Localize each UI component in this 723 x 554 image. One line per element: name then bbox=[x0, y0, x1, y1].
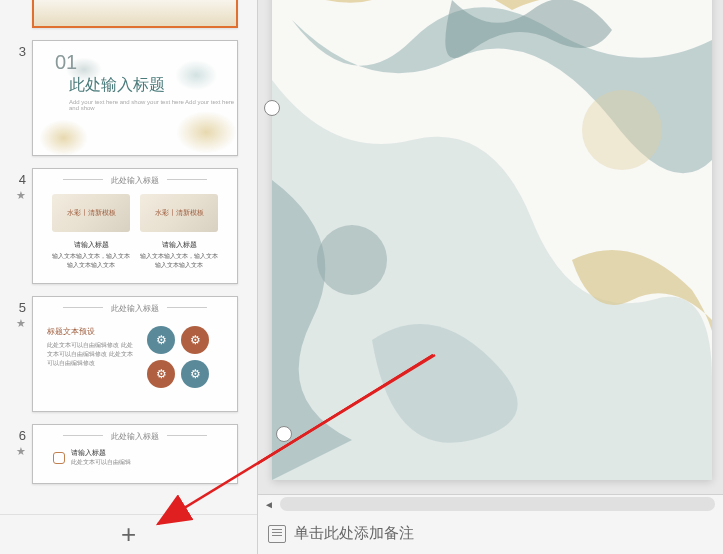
content-box: 水彩丨清新模板 bbox=[140, 194, 218, 232]
animation-star-icon: ★ bbox=[4, 317, 26, 330]
oil-pump-icon: ⚙ bbox=[181, 326, 209, 354]
thumb-meta bbox=[4, 0, 32, 2]
animation-star-icon: ★ bbox=[4, 445, 26, 458]
add-slide-button[interactable]: + bbox=[0, 514, 257, 554]
section-number: 01 bbox=[55, 51, 77, 74]
slide-title: 此处输入标题 bbox=[69, 75, 165, 96]
slide-number: 3 bbox=[19, 44, 26, 59]
thumb-header: 此处输入标题 bbox=[33, 169, 237, 190]
thumb-meta-3: 3 bbox=[4, 40, 32, 59]
scroll-track[interactable] bbox=[280, 497, 715, 511]
resize-handle-left[interactable] bbox=[264, 100, 280, 116]
main-area: ◄ 单击此处添加备注 bbox=[258, 0, 723, 554]
thumbnail-scroll: 3 01 此处输入标题 Add your text here and show … bbox=[0, 0, 257, 510]
text-body: 输入文本输入文本，输入文本输入文本输入文本 bbox=[52, 252, 130, 270]
slide-number: 6 bbox=[19, 428, 26, 443]
notes-placeholder: 单击此处添加备注 bbox=[294, 524, 414, 543]
thumbnail-row-5: 5 ★ 此处输入标题 标题文本预设 此处文本可以自由编辑修改 此处文本可以自由编… bbox=[0, 296, 257, 412]
slide-subtitle: Add your text here and show your text he… bbox=[69, 99, 237, 111]
notes-icon bbox=[268, 525, 286, 543]
svg-point-2 bbox=[317, 225, 387, 295]
canvas-area bbox=[258, 0, 723, 494]
slide-number: 4 bbox=[19, 172, 26, 187]
thumb-header: 此处输入标题 bbox=[33, 297, 237, 318]
text-body: 此处文本可以自由编辑修改 此处文本可以自由编辑修改 此处文本可以自由编辑修改 bbox=[47, 341, 137, 368]
thumbnail-row-6: 6 ★ 此处输入标题 请输入标题 此处文本可以自由编辑 bbox=[0, 424, 257, 484]
thumbnail-panel: 3 01 此处输入标题 Add your text here and show … bbox=[0, 0, 258, 554]
oil-pump-icon: ⚙ bbox=[147, 360, 175, 388]
item-text: 此处文本可以自由编辑 bbox=[71, 458, 131, 467]
scroll-left-arrow-icon[interactable]: ◄ bbox=[262, 497, 276, 511]
thumb-meta-6: 6 ★ bbox=[4, 424, 32, 458]
text-title: 请输入标题 bbox=[140, 240, 218, 250]
thumb-header: 此处输入标题 bbox=[33, 425, 237, 446]
bottom-bar: ◄ 单击此处添加备注 bbox=[258, 494, 723, 554]
slide-background-art bbox=[272, 0, 712, 480]
checkbox-icon bbox=[53, 452, 65, 464]
svg-point-1 bbox=[582, 90, 662, 170]
thumb-meta-5: 5 ★ bbox=[4, 296, 32, 330]
animation-star-icon: ★ bbox=[4, 189, 26, 202]
oil-pump-icon: ⚙ bbox=[147, 326, 175, 354]
thumbnail-row-4: 4 ★ 此处输入标题 水彩丨清新模板 水彩丨清新模板 请输入标题 输入文本输入文… bbox=[0, 168, 257, 284]
slide-thumbnail-3[interactable]: 01 此处输入标题 Add your text here and show yo… bbox=[32, 40, 238, 156]
oil-pump-icon: ⚙ bbox=[181, 360, 209, 388]
plus-icon: + bbox=[121, 519, 136, 550]
slide-thumbnail-4[interactable]: 此处输入标题 水彩丨清新模板 水彩丨清新模板 请输入标题 输入文本输入文本，输入… bbox=[32, 168, 238, 284]
resize-handle-bottom[interactable] bbox=[276, 426, 292, 442]
text-body: 输入文本输入文本，输入文本输入文本输入文本 bbox=[140, 252, 218, 270]
slide-thumbnail-5[interactable]: 此处输入标题 标题文本预设 此处文本可以自由编辑修改 此处文本可以自由编辑修改 … bbox=[32, 296, 238, 412]
content-box: 水彩丨清新模板 bbox=[52, 194, 130, 232]
thumbnail-row-3: 3 01 此处输入标题 Add your text here and show … bbox=[0, 40, 257, 156]
slide-number: 5 bbox=[19, 300, 26, 315]
thumbnail-row-partial bbox=[0, 0, 257, 28]
item-title: 请输入标题 bbox=[71, 448, 131, 458]
slide-canvas[interactable] bbox=[272, 0, 712, 480]
horizontal-scrollbar[interactable]: ◄ bbox=[258, 495, 723, 513]
notes-input[interactable]: 单击此处添加备注 bbox=[258, 513, 723, 554]
text-title: 标题文本预设 bbox=[47, 326, 137, 337]
text-title: 请输入标题 bbox=[52, 240, 130, 250]
slide-thumbnail-2-partial[interactable] bbox=[32, 0, 238, 28]
thumb-meta-4: 4 ★ bbox=[4, 168, 32, 202]
slide-thumbnail-6[interactable]: 此处输入标题 请输入标题 此处文本可以自由编辑 bbox=[32, 424, 238, 484]
